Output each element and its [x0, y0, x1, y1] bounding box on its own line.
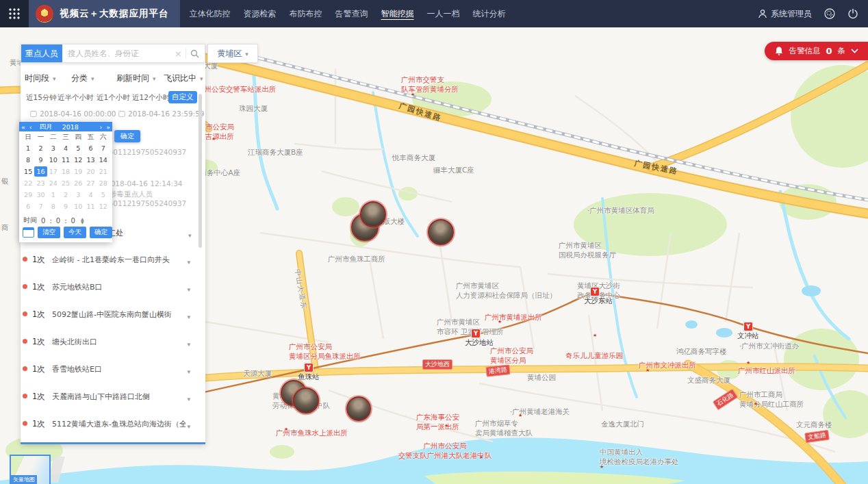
user-menu[interactable]: 系统管理员 — [758, 8, 812, 20]
prev-month-arrow[interactable]: ‹ — [27, 123, 34, 131]
calendar-day[interactable]: 11 — [60, 155, 72, 165]
calendar-day[interactable]: 16 — [34, 166, 47, 177]
capture-location-row[interactable]: 1次 塘头北街出口 — [21, 329, 205, 356]
calendar-day[interactable]: 5 — [97, 190, 110, 200]
quick-range-button[interactable]: 自定义 — [168, 91, 197, 103]
second-value[interactable]: 0 — [71, 217, 75, 225]
alert-info-pill[interactable]: 告警信息 0 条 — [765, 42, 868, 60]
next-month-arrow[interactable]: › — [97, 123, 104, 131]
calendar-day[interactable]: 10 — [72, 201, 84, 212]
power-icon[interactable] — [847, 8, 858, 19]
nav-item[interactable]: 资源检索 — [244, 1, 277, 27]
calendar-day[interactable]: 6 — [22, 201, 34, 212]
nav-item[interactable]: 一人一档 — [427, 1, 460, 27]
calendar-day[interactable]: 15 — [22, 166, 34, 177]
person-avatar-marker[interactable] — [428, 219, 454, 245]
calendar-day[interactable]: 4 — [84, 190, 97, 200]
calendar-day[interactable]: 8 — [22, 155, 34, 165]
nav-item[interactable]: 布防布控 — [290, 1, 322, 27]
filter-dropdown[interactable]: 时间段 — [25, 73, 56, 84]
search-category-button[interactable]: 重点人员 — [21, 44, 62, 62]
calendar-day[interactable]: 23 — [34, 178, 47, 188]
capture-location-row[interactable]: 1次 5112黄埔大道东-鱼珠总站向海边街（全） — [21, 411, 205, 438]
calendar-day[interactable]: 13 — [84, 155, 97, 165]
filter-dropdown[interactable]: 刷新时间 — [116, 73, 156, 84]
calendar-day[interactable]: 24 — [47, 178, 60, 188]
calendar-day[interactable]: 20 — [84, 166, 97, 177]
calendar-day[interactable]: 9 — [60, 201, 72, 212]
minute-value[interactable]: 0 — [56, 217, 60, 225]
calendar-day[interactable]: 4 — [60, 143, 72, 153]
nav-item[interactable]: 统计分析 — [473, 1, 506, 27]
calendar-day[interactable]: 19 — [72, 166, 84, 177]
clear-button[interactable]: 清空 — [38, 227, 60, 238]
calendar-day[interactable]: 7 — [34, 201, 47, 212]
calendar-day[interactable]: 17 — [47, 166, 60, 177]
calendar-day[interactable]: 1 — [22, 143, 34, 153]
calendar-day[interactable]: 10 — [47, 155, 60, 165]
calendar-day[interactable]: 25 — [60, 178, 72, 188]
calendar-day[interactable]: 29 — [22, 190, 34, 200]
calendar-year[interactable]: 2018 — [62, 123, 79, 131]
calendar-day[interactable]: 2 — [34, 143, 47, 153]
calendar-day[interactable]: 8 — [47, 201, 60, 212]
quick-range-button[interactable]: 近12个小时 — [132, 93, 170, 103]
calendar-grid-icon[interactable] — [23, 227, 34, 238]
quick-range-button[interactable]: 近半个小时 — [58, 93, 94, 103]
end-datetime-field[interactable]: 2018-04-16 23:59:59 — [118, 110, 205, 118]
calendar-day[interactable]: 1 — [47, 190, 60, 200]
person-avatar-marker[interactable] — [293, 387, 319, 413]
quick-range-button[interactable]: 近1个小时 — [97, 93, 130, 103]
time-stepper[interactable]: ▲▼ — [81, 217, 84, 224]
calendar-day[interactable]: 30 — [34, 190, 47, 200]
start-datetime-field[interactable]: 2018-04-16 00:00:00 — [30, 110, 116, 118]
person-avatar-marker[interactable] — [360, 201, 386, 227]
calendar-day[interactable]: 12 — [72, 155, 84, 165]
calendar-day[interactable]: 5 — [72, 143, 84, 153]
calendar-day[interactable]: 12 — [97, 201, 110, 212]
hour-value[interactable]: 0 — [41, 217, 45, 225]
confirm-button[interactable]: 确定 — [114, 130, 140, 142]
calendar-day[interactable]: 7 — [97, 143, 110, 153]
capture-location-row[interactable]: 1次 企岭街 - 北1巷栗岭东一巷口向井头 — [21, 246, 205, 274]
ok-button[interactable]: 确定 — [90, 227, 112, 238]
next-year-arrow[interactable]: » — [104, 123, 112, 131]
expand-chevron-icon[interactable] — [187, 391, 190, 404]
capture-location-row[interactable]: 1次 5092蟹山路-中医院东南向蟹山横街 — [21, 301, 205, 329]
calendar-day[interactable]: 3 — [72, 190, 84, 200]
calendar-month[interactable]: 四月 — [40, 123, 53, 131]
calendar-day[interactable]: 3 — [47, 143, 60, 153]
chevron-down-icon[interactable] — [851, 49, 858, 53]
capture-location-row[interactable]: 1次 苏元地铁站B口 — [21, 274, 205, 301]
calendar-day[interactable]: 9 — [34, 155, 47, 165]
calendar-day[interactable]: 11 — [84, 201, 97, 212]
calendar-day[interactable]: 6 — [84, 143, 97, 153]
nav-item[interactable]: 智能挖掘 — [381, 1, 414, 27]
calendar-day[interactable]: 2 — [60, 190, 72, 200]
calendar-day[interactable]: 26 — [72, 178, 84, 188]
clear-search-icon[interactable]: × — [171, 49, 186, 59]
settings-icon[interactable] — [824, 8, 836, 20]
expand-chevron-icon[interactable] — [187, 418, 190, 431]
chevron-down-icon[interactable] — [188, 227, 192, 240]
capture-location-row[interactable]: 1次 天麓南路与山下中路路口北侧 — [21, 383, 205, 411]
calendar-day[interactable]: 14 — [97, 155, 110, 165]
filter-dropdown[interactable]: 飞识比中 — [164, 73, 203, 84]
district-dropdown[interactable]: 黄埔区 — [207, 44, 258, 63]
calendar-day[interactable]: 18 — [60, 166, 72, 177]
nav-item[interactable]: 告警查询 — [335, 1, 368, 27]
expand-chevron-icon[interactable] — [187, 309, 190, 322]
calendar-day[interactable]: 28 — [97, 178, 110, 188]
person-avatar-marker[interactable] — [346, 396, 371, 421]
calendar-day[interactable]: 21 — [97, 166, 110, 177]
expand-chevron-icon[interactable] — [187, 281, 190, 294]
expand-chevron-icon[interactable] — [187, 364, 190, 377]
nav-item[interactable]: 立体化防控 — [190, 1, 231, 27]
search-icon[interactable] — [186, 49, 205, 58]
calendar-day[interactable]: 22 — [22, 178, 34, 188]
prev-year-arrow[interactable]: « — [19, 123, 27, 131]
quick-range-button[interactable]: 近15分钟 — [26, 93, 57, 103]
calendar-day[interactable]: 27 — [84, 178, 97, 188]
minimap[interactable]: 矢量地图 — [10, 455, 51, 484]
search-input[interactable] — [62, 44, 171, 62]
